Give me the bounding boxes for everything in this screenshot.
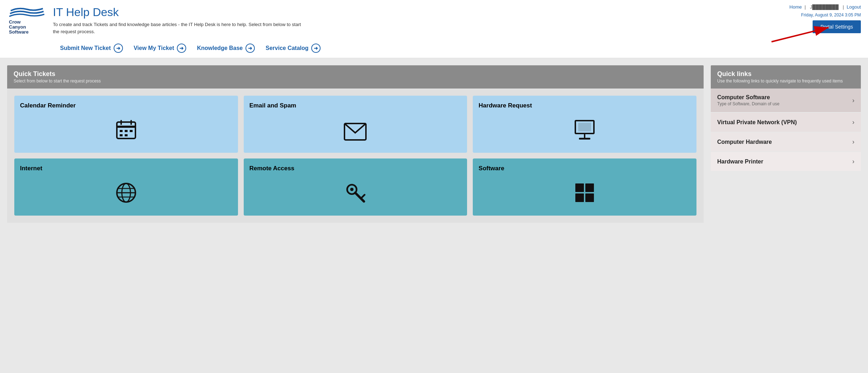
svg-rect-13 xyxy=(125,134,128,136)
main-content: Quick Tickets Select from below to start… xyxy=(0,58,868,230)
header: Crow Canyon Software IT Help Desk To cre… xyxy=(0,0,868,58)
hardware-printer-title: Hardware Printer xyxy=(717,158,763,165)
quick-tickets-subtitle: Select from below to start the request p… xyxy=(14,79,697,86)
submit-new-ticket-label: Submit New Ticket xyxy=(60,45,111,51)
hardware-request-icon xyxy=(478,119,691,145)
header-left: Crow Canyon Software IT Help Desk To cre… xyxy=(7,4,303,36)
page-title: IT Help Desk xyxy=(53,6,303,19)
submit-new-ticket-icon: ➜ xyxy=(114,44,123,53)
quick-links-title: Quick links xyxy=(717,70,854,78)
svg-rect-10 xyxy=(125,130,128,132)
username-display: J████████ xyxy=(810,4,838,10)
header-right: Home | J████████ | Logout Friday, August… xyxy=(789,4,861,33)
svg-rect-30 xyxy=(575,193,584,202)
current-datetime: Friday, August 9, 2024 3:05 PM xyxy=(801,12,861,17)
vpn-title: Virtual Private Network (VPN) xyxy=(717,119,797,126)
ticket-card-email-and-spam[interactable]: Email and Spam xyxy=(244,96,467,153)
remote-access-icon xyxy=(249,182,462,208)
quick-links-list: Computer Software Type of Software, Doma… xyxy=(711,89,861,172)
hardware-printer-text: Hardware Printer xyxy=(717,158,763,165)
remote-access-title: Remote Access xyxy=(249,165,294,172)
quick-link-hardware-printer[interactable]: Hardware Printer › xyxy=(711,152,861,172)
svg-rect-16 xyxy=(578,123,591,131)
header-description: To create and track Tickets and find kno… xyxy=(53,21,303,35)
logo-container: Crow Canyon Software xyxy=(7,4,46,36)
nav-service-catalog[interactable]: Service Catalog ➜ xyxy=(266,44,321,53)
header-nav: Submit New Ticket ➜ View My Ticket ➜ Kno… xyxy=(0,40,868,58)
ticket-card-hardware-request[interactable]: Hardware Request xyxy=(473,96,696,153)
internet-icon xyxy=(20,182,232,208)
logout-link[interactable]: Logout xyxy=(847,4,861,10)
calendar-reminder-icon xyxy=(20,119,232,145)
svg-rect-29 xyxy=(585,183,594,192)
internet-title: Internet xyxy=(20,165,42,172)
quick-link-computer-software[interactable]: Computer Software Type of Software, Doma… xyxy=(711,89,861,113)
ticket-card-internet[interactable]: Internet xyxy=(14,158,238,216)
calendar-reminder-title: Calendar Reminder xyxy=(20,102,76,109)
view-my-ticket-icon: ➜ xyxy=(177,44,186,53)
knowledge-base-icon: ➜ xyxy=(245,44,255,53)
svg-rect-11 xyxy=(130,130,133,132)
quick-link-computer-hardware[interactable]: Computer Hardware › xyxy=(711,132,861,152)
ticket-card-remote-access[interactable]: Remote Access xyxy=(244,158,467,216)
quick-tickets-header: Quick Tickets Select from below to start… xyxy=(7,65,704,89)
nav-submit-new-ticket[interactable]: Submit New Ticket ➜ xyxy=(60,44,123,53)
portal-settings-button[interactable]: Portal Settings xyxy=(813,20,861,33)
hardware-printer-chevron-icon: › xyxy=(852,158,854,165)
home-link[interactable]: Home xyxy=(789,4,802,10)
svg-rect-18 xyxy=(579,138,590,140)
header-title-area: IT Help Desk To create and track Tickets… xyxy=(53,6,303,35)
quick-link-vpn[interactable]: Virtual Private Network (VPN) › xyxy=(711,113,861,132)
ticket-card-calendar-reminder[interactable]: Calendar Reminder xyxy=(14,96,238,153)
computer-hardware-text: Computer Hardware xyxy=(717,139,772,145)
company-logo: Crow Canyon Software xyxy=(7,4,46,36)
svg-point-25 xyxy=(350,188,353,191)
tickets-grid: Calendar Reminder xyxy=(7,89,704,223)
computer-software-subtitle: Type of Software, Domain of use xyxy=(717,101,779,106)
svg-rect-12 xyxy=(120,134,123,136)
nav-view-my-ticket[interactable]: View My Ticket ➜ xyxy=(134,44,186,53)
computer-software-text: Computer Software Type of Software, Doma… xyxy=(717,94,779,106)
header-right-wrapper: Home | J████████ | Logout Friday, August… xyxy=(789,4,861,33)
user-bar: Home | J████████ | Logout xyxy=(789,4,861,10)
email-and-spam-title: Email and Spam xyxy=(249,102,296,109)
nav-knowledge-base[interactable]: Knowledge Base ➜ xyxy=(197,44,255,53)
quick-links-section: Quick links Use the following links to q… xyxy=(711,65,861,223)
svg-text:Software: Software xyxy=(9,29,29,35)
quick-links-header: Quick links Use the following links to q… xyxy=(711,65,861,89)
svg-rect-31 xyxy=(585,193,594,202)
computer-software-chevron-icon: › xyxy=(852,97,854,104)
ticket-card-software[interactable]: Software xyxy=(473,158,696,216)
header-top: Crow Canyon Software IT Help Desk To cre… xyxy=(0,0,868,40)
software-icon xyxy=(478,182,691,208)
svg-rect-9 xyxy=(120,130,123,132)
computer-hardware-title: Computer Hardware xyxy=(717,139,772,145)
email-and-spam-icon xyxy=(249,123,462,145)
quick-tickets-section: Quick Tickets Select from below to start… xyxy=(7,65,704,223)
service-catalog-label: Service Catalog xyxy=(266,45,308,51)
svg-line-27 xyxy=(362,195,365,198)
computer-hardware-chevron-icon: › xyxy=(852,138,854,146)
vpn-chevron-icon: › xyxy=(852,119,854,126)
hardware-request-title: Hardware Request xyxy=(478,102,532,109)
quick-tickets-title: Quick Tickets xyxy=(14,70,697,78)
quick-links-subtitle: Use the following links to quickly navig… xyxy=(717,79,854,86)
computer-software-title: Computer Software xyxy=(717,94,779,101)
service-catalog-icon: ➜ xyxy=(311,44,321,53)
svg-rect-6 xyxy=(117,126,135,128)
vpn-text: Virtual Private Network (VPN) xyxy=(717,119,797,126)
svg-rect-28 xyxy=(575,183,584,192)
software-title: Software xyxy=(478,165,504,172)
view-my-ticket-label: View My Ticket xyxy=(134,45,174,51)
knowledge-base-label: Knowledge Base xyxy=(197,45,243,51)
svg-text:Canyon: Canyon xyxy=(9,24,26,30)
svg-text:Crow: Crow xyxy=(9,19,21,25)
